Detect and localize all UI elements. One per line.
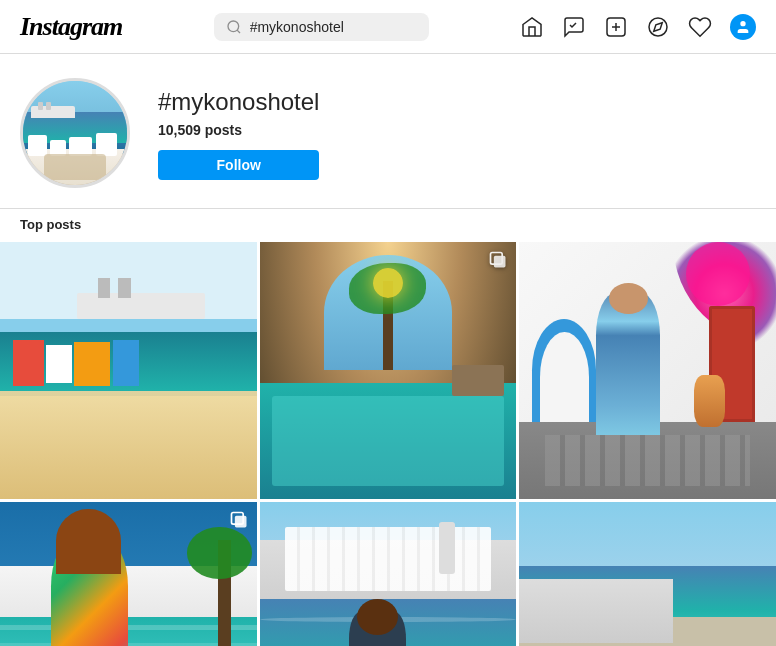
top-posts-label: Top posts (0, 208, 776, 242)
svg-rect-10 (234, 516, 246, 528)
grid-post-6[interactable] (519, 502, 776, 646)
search-bar[interactable] (214, 13, 429, 41)
svg-line-1 (237, 30, 240, 33)
messenger-icon[interactable] (562, 15, 586, 39)
likes-icon[interactable] (688, 15, 712, 39)
profile-info: #mykonoshotel 10,509 posts Follow (158, 78, 319, 180)
hashtag-title: #mykonoshotel (158, 88, 319, 116)
grid-post-4[interactable] (0, 502, 257, 646)
main-header: Instagram (0, 0, 776, 54)
follow-button[interactable]: Follow (158, 150, 319, 180)
svg-point-0 (228, 21, 239, 32)
instagram-logo[interactable]: Instagram (20, 12, 122, 42)
svg-rect-8 (494, 256, 506, 268)
explore-icon[interactable] (646, 15, 670, 39)
grid-post-1[interactable] (0, 242, 257, 499)
search-icon (226, 19, 242, 35)
multi-photo-icon-4 (229, 510, 249, 534)
posts-count: 10,509 posts (158, 122, 319, 138)
avatar (20, 78, 130, 188)
grid-post-3[interactable] (519, 242, 776, 499)
svg-marker-6 (654, 22, 662, 30)
grid-post-5[interactable] (260, 502, 517, 646)
profile-section: #mykonoshotel 10,509 posts Follow (0, 54, 776, 208)
search-input[interactable] (250, 19, 417, 35)
multi-photo-icon-2 (488, 250, 508, 274)
svg-point-7 (740, 21, 745, 26)
create-icon[interactable] (604, 15, 628, 39)
main-nav (520, 14, 756, 40)
grid-post-2[interactable] (260, 242, 517, 499)
profile-icon[interactable] (730, 14, 756, 40)
posts-grid (0, 242, 776, 646)
svg-point-5 (649, 18, 667, 36)
home-icon[interactable] (520, 15, 544, 39)
